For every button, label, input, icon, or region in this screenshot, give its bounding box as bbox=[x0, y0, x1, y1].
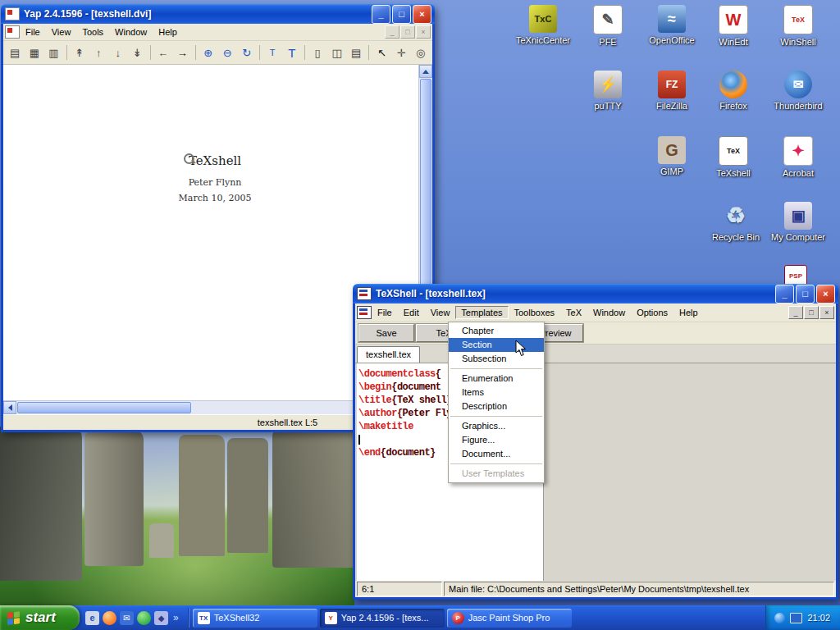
desktop-icon-my-computer[interactable]: ▣ My Computer bbox=[767, 202, 829, 242]
refresh-icon[interactable]: ↻ bbox=[237, 43, 256, 62]
zoom-out-icon[interactable]: ⊖ bbox=[218, 43, 237, 62]
desktop-icon-thunderbird[interactable]: ✉ Thunderbird bbox=[767, 71, 829, 111]
stone bbox=[0, 427, 82, 581]
dvi-page-content: TeXshell Peter Flynn March 10, 2005 bbox=[133, 153, 297, 203]
quick-launch-app-icon[interactable]: ◆ bbox=[154, 611, 168, 625]
gimp-icon: G bbox=[658, 136, 686, 164]
close-button[interactable]: × bbox=[413, 5, 431, 24]
menu-item-section[interactable]: Section bbox=[449, 338, 544, 352]
mdi-close-button[interactable]: × bbox=[416, 25, 431, 39]
hand-tool-icon[interactable]: ✛ bbox=[392, 43, 411, 62]
desktop-icon-label: WinEdt bbox=[702, 37, 765, 47]
quick-launch-mail-icon[interactable]: ✉ bbox=[120, 611, 134, 625]
task-label: TeXShell32 bbox=[214, 613, 260, 623]
forward-icon[interactable]: → bbox=[173, 43, 192, 62]
close-button[interactable]: × bbox=[816, 285, 835, 304]
desktop-icon-winshell[interactable]: TeX WinShell bbox=[767, 5, 829, 47]
desktop-icon-winedt[interactable]: W WinEdt bbox=[702, 5, 765, 47]
menu-item-enumeration[interactable]: Enumeration bbox=[449, 372, 544, 386]
menu-item-items[interactable]: Items bbox=[449, 386, 544, 399]
back-icon[interactable]: ← bbox=[153, 43, 172, 62]
menu-help[interactable]: Help bbox=[153, 25, 183, 39]
last-page-icon[interactable]: ↡ bbox=[128, 43, 147, 62]
menu-help[interactable]: Help bbox=[673, 306, 704, 319]
menu-view[interactable]: View bbox=[425, 306, 456, 319]
menu-templates[interactable]: Templates bbox=[455, 306, 508, 319]
taskbar-button-texshell32[interactable]: TX TeXShell32 bbox=[193, 609, 317, 628]
menu-tex[interactable]: TeX bbox=[560, 306, 587, 319]
display-settings-icon[interactable] bbox=[790, 613, 802, 623]
desktop[interactable]: TxC TeXnicCenter ✎ PFE ≈ OpenOffice W Wi… bbox=[0, 0, 840, 630]
maximize-button[interactable]: □ bbox=[796, 285, 815, 304]
desktop-icon-pfe[interactable]: ✎ PFE bbox=[577, 5, 639, 47]
menu-item-chapter[interactable]: Chapter bbox=[449, 324, 544, 338]
menu-item-graphics[interactable]: Graphics... bbox=[449, 419, 544, 433]
taskbar-button-paintshoppro[interactable]: P Jasc Paint Shop Pro bbox=[447, 609, 572, 628]
font-larger-icon[interactable]: T bbox=[282, 43, 301, 62]
menu-file[interactable]: File bbox=[372, 306, 398, 319]
desktop-icon-firefox[interactable]: ● Firefox bbox=[702, 71, 765, 111]
menu-view[interactable]: View bbox=[46, 25, 77, 39]
desktop-icon-putty[interactable]: ⚡ puTTY bbox=[577, 71, 639, 111]
desktop-icon-texniccenter[interactable]: TxC TeXnicCenter bbox=[512, 5, 574, 45]
scroll-up-icon[interactable] bbox=[419, 65, 432, 78]
yap-titlebar[interactable]: Yap 2.4.1596 - [texshell.dvi] _ □ × bbox=[1, 4, 435, 24]
vertical-scroll-thumb[interactable] bbox=[420, 79, 431, 290]
font-smaller-icon[interactable]: T bbox=[263, 43, 282, 62]
single-page-view-icon[interactable]: ▯ bbox=[308, 43, 327, 62]
network-status-icon[interactable] bbox=[774, 613, 785, 623]
mdi-minimize-button[interactable]: _ bbox=[788, 306, 803, 319]
texshell-titlebar[interactable]: TeXShell - [texshell.tex] _ □ × bbox=[353, 284, 838, 304]
print-icon[interactable]: ▦ bbox=[25, 43, 44, 62]
mdi-minimize-button[interactable]: _ bbox=[385, 25, 399, 39]
menu-edit[interactable]: Edit bbox=[398, 306, 425, 319]
menu-item-description[interactable]: Description bbox=[449, 399, 544, 413]
desktop-icon-texshell[interactable]: TeX TeXshell bbox=[702, 136, 765, 178]
taskbar-button-yap[interactable]: Y Yap 2.4.1596 - [texs... bbox=[320, 609, 445, 628]
scroll-left-icon[interactable] bbox=[3, 401, 16, 414]
minimize-button[interactable]: _ bbox=[372, 5, 390, 24]
menu-file[interactable]: File bbox=[20, 25, 46, 39]
minimize-button[interactable]: _ bbox=[775, 285, 794, 304]
desktop-icon-openoffice[interactable]: ≈ OpenOffice bbox=[641, 5, 703, 45]
continuous-view-icon[interactable]: ▤ bbox=[347, 43, 366, 62]
print-setup-icon[interactable]: ▥ bbox=[44, 43, 63, 62]
menu-item-document[interactable]: Document... bbox=[449, 447, 544, 461]
double-page-view-icon[interactable]: ◫ bbox=[327, 43, 346, 62]
texniccenter-icon: TxC bbox=[529, 5, 557, 33]
desktop-icon-acrobat[interactable]: ✦ Acrobat bbox=[767, 136, 829, 178]
desktop-icon-filezilla[interactable]: FZ FileZilla bbox=[641, 71, 703, 111]
mdi-close-button[interactable]: × bbox=[819, 306, 834, 319]
yap-toolbar: ▤ ▦ ▥ ↟ ↑ ↓ ↡ ← → ⊕ ⊖ ↻ T T ▯ ◫ bbox=[3, 41, 432, 65]
tab-texshell-tex[interactable]: texshell.tex bbox=[357, 346, 420, 363]
mdi-restore-button[interactable]: □ bbox=[400, 25, 415, 39]
zoom-in-icon[interactable]: ⊕ bbox=[199, 43, 217, 62]
select-tool-icon[interactable]: ↖ bbox=[372, 43, 391, 62]
menu-window[interactable]: Window bbox=[587, 306, 631, 319]
quick-launch-overflow-icon[interactable]: » bbox=[171, 612, 180, 623]
menu-item-figure[interactable]: Figure... bbox=[449, 433, 544, 447]
menu-window[interactable]: Window bbox=[109, 25, 153, 39]
quick-launch-browser-icon[interactable]: e bbox=[85, 611, 99, 625]
desktop-icon-gimp[interactable]: G GIMP bbox=[641, 136, 703, 176]
desktop-icon-recycle-bin[interactable]: ♻ Recycle Bin bbox=[705, 202, 767, 242]
first-page-icon[interactable]: ↟ bbox=[70, 43, 89, 62]
next-page-icon[interactable]: ↓ bbox=[109, 43, 128, 62]
magnifier-tool-icon[interactable]: ◎ bbox=[411, 43, 430, 62]
mdi-restore-button[interactable]: □ bbox=[804, 306, 819, 319]
texshell-toolbar: Save TeX Preview bbox=[355, 322, 836, 345]
horizontal-scroll-thumb[interactable] bbox=[17, 402, 191, 413]
open-icon[interactable]: ▤ bbox=[6, 43, 25, 62]
menu-item-subsection[interactable]: Subsection bbox=[449, 352, 544, 366]
quick-launch-firefox-icon[interactable]: ● bbox=[103, 611, 116, 625]
quick-launch-app-icon[interactable]: ● bbox=[137, 611, 151, 625]
acrobat-icon: ✦ bbox=[783, 136, 813, 166]
previous-page-icon[interactable]: ↑ bbox=[89, 43, 108, 62]
maximize-button[interactable]: □ bbox=[392, 5, 411, 24]
putty-icon: ⚡ bbox=[594, 71, 622, 98]
menu-options[interactable]: Options bbox=[631, 306, 673, 319]
menu-toolboxes[interactable]: Toolboxes bbox=[509, 306, 561, 319]
save-button[interactable]: Save bbox=[358, 324, 414, 342]
menu-tools[interactable]: Tools bbox=[76, 25, 109, 39]
start-button[interactable]: start bbox=[0, 605, 80, 630]
